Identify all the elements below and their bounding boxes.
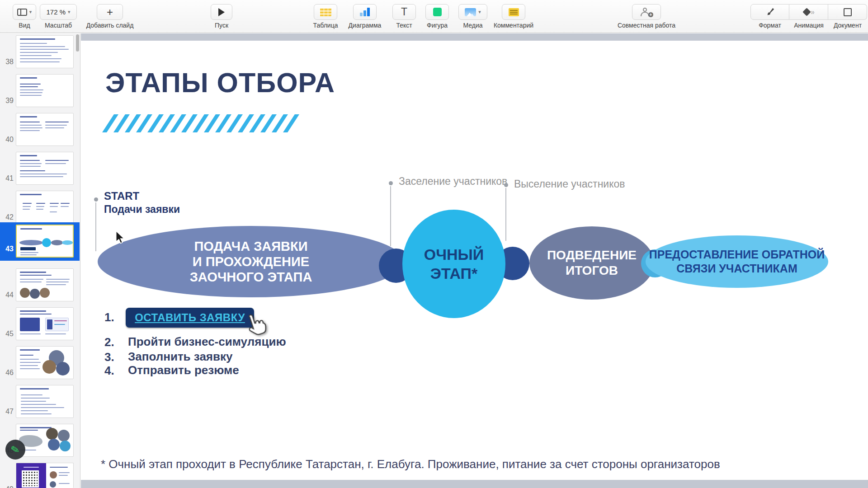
table-button[interactable] [314,4,337,20]
play-label: Пуск [215,22,228,29]
timeline-dot-start [94,197,98,202]
step-label: Отправить резюме [128,363,239,377]
collaborate-label: Совместная работа [618,22,675,29]
timeline-line-checkin [390,186,391,246]
slide-number: 39 [1,97,14,105]
slide-number: 40 [1,136,14,144]
media-icon [465,8,476,16]
slide-number: 47 [1,408,14,416]
slide-thumbnail-41[interactable] [16,152,74,185]
animate-button[interactable]: » [789,4,828,20]
slide-thumbnail-43[interactable] [16,225,74,258]
zoom-label: Масштаб [45,22,72,29]
media-label: Медиа [463,22,482,29]
plus-icon: + [107,7,113,18]
format-label: Формат [759,22,781,29]
canvas-margin-top [81,33,868,41]
stage-onsite-circle[interactable]: ОЧНЫЙ ЭТАП* [402,210,505,318]
slide-number: 49 [1,485,14,488]
toolbar: ▾ Вид 172 % ▾ Масштаб + Добавить слайд П… [0,0,868,33]
view-button[interactable]: ▾ [13,4,36,20]
hatch-decoration [108,114,293,132]
slide-thumbnail-38[interactable] [16,35,74,68]
slide-number-selected: 43 [1,245,14,253]
shape-icon [433,8,442,16]
text-button[interactable]: T [392,4,416,20]
timeline-line-start [95,202,96,251]
zoom-value: 172 % [46,8,66,16]
format-button[interactable] [750,4,789,20]
canvas-margin-bottom [81,480,868,488]
slide-thumbnail-40[interactable] [16,113,74,146]
slide-thumbnail-46[interactable] [16,346,74,379]
slide-navigator: 38 39 40 [0,33,80,488]
checkin-label: Заселение участников [399,175,507,188]
slide-number: 41 [1,174,14,183]
slide-number: 45 [1,330,14,338]
timeline-dot-checkin [389,181,393,185]
add-slide-label: Добавить слайд [86,22,134,29]
chevron-down-icon: ▾ [68,9,71,15]
slide-title: ЭТАПЫ ОТБОРА [105,67,335,99]
media-button[interactable]: ▾ [458,4,487,20]
mouse-arrow-cursor [114,230,126,244]
slide-canvas[interactable]: ЭТАПЫ ОТБОРА START Подачи заявки Заселен… [81,41,868,480]
footnote: * Очный этап проходит в Республике Татар… [101,457,720,471]
pencil-icon: ✎ [10,443,21,456]
comment-button[interactable] [502,4,525,20]
play-button[interactable] [211,4,232,20]
submit-application-button[interactable]: ОСТАВИТЬ ЗАЯВКУ [126,308,254,328]
slide-number: 42 [1,213,14,221]
text-label: Текст [396,22,412,29]
submit-application-label: ОСТАВИТЬ ЗАЯВКУ [135,311,245,324]
step-label: Заполнить заявку [128,350,233,364]
chevron-down-icon: ▾ [29,9,32,15]
view-icon [17,9,27,16]
collaborate-button[interactable]: + [632,4,661,20]
slide-thumbnail-42[interactable] [16,191,74,224]
zoom-button[interactable]: 172 % ▾ [40,4,77,20]
step-number: 4. [104,364,114,378]
start-sublabel: Подачи заявки [104,203,180,216]
slide-number: 38 [1,58,14,66]
add-slide-button[interactable]: + [97,4,123,20]
comment-label: Комментарий [494,22,533,29]
comment-icon [509,8,519,16]
collaborate-icon: + [641,8,652,17]
stage-feedback-ellipse[interactable]: ПРЕДОСТАВЛЕНИЕ ОБРАТНОЙ СВЯЗИ УЧАСТНИКАМ [646,235,828,288]
shape-button[interactable] [425,4,449,20]
sidebar-scrollbar[interactable] [76,34,79,52]
chart-label: Диаграмма [349,22,382,29]
chart-icon [360,8,370,16]
stage-remote-ellipse[interactable]: ПОДАЧА ЗАЯВКИ И ПРОХОЖДЕНИЕ ЗАОЧНОГО ЭТА… [98,226,404,297]
table-label: Таблица [313,22,338,29]
slide-thumbnail-44[interactable] [16,268,74,301]
annotation-pencil-button[interactable]: ✎ [5,440,25,460]
document-button[interactable] [828,4,867,20]
paintbrush-icon [765,7,775,17]
keynote-window: ▾ Вид 172 % ▾ Масштаб + Добавить слайд П… [0,0,868,488]
animate-label: Анимация [794,22,824,29]
text-icon: T [401,7,407,17]
step-label: Пройти бизнес-симуляцию [128,335,286,349]
step-number: 3. [104,350,114,364]
slide-thumbnail-47[interactable] [16,385,74,418]
selected-slide-highlight [0,222,80,261]
stage-results-ellipse[interactable]: ПОДВЕДЕНИЕ ИТОГОВ [529,226,654,300]
timeline-line-checkout [505,188,506,241]
checkout-label: Выселение участников [514,178,625,190]
view-label: Вид [19,22,30,29]
shape-label: Фигура [427,22,448,29]
start-label: START [104,190,139,202]
slide-number: 46 [1,369,14,377]
timeline-dot-checkout [504,183,508,187]
step-number: 2. [104,335,114,349]
slide-thumbnail-49[interactable] [16,463,74,488]
slide-number: 44 [1,291,14,299]
step-number: 1. [104,310,114,324]
slide-thumbnail-45[interactable] [16,307,74,340]
slide-thumbnail-39[interactable] [16,74,74,107]
chart-button[interactable] [353,4,377,20]
table-icon [320,8,331,16]
chevron-down-icon: ▾ [478,9,481,15]
